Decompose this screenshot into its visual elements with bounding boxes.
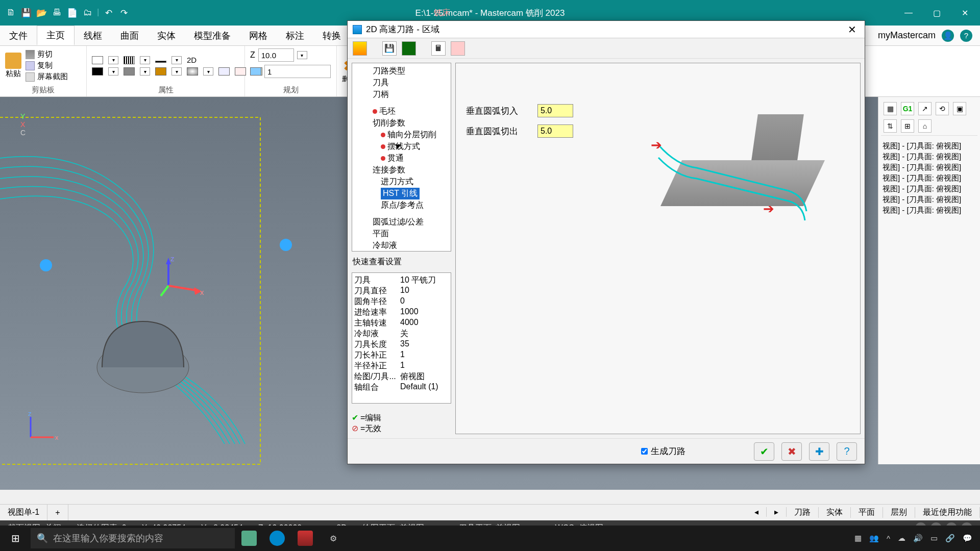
menu-annotate[interactable]: 标注 — [277, 26, 313, 45]
menu-file[interactable]: 文件 — [0, 26, 37, 45]
rp-tool-icon[interactable]: ⇅ — [884, 119, 897, 133]
help-icon[interactable]: ? — [960, 30, 972, 42]
taskbar-search[interactable]: 🔍 在这里输入你要搜索的内容 — [31, 528, 235, 548]
rp-tool-icon[interactable]: ▦ — [884, 102, 897, 115]
dropdown-icon[interactable]: ▾ — [140, 56, 150, 64]
menu-solid[interactable]: 实体 — [148, 26, 185, 45]
tab-recent[interactable]: 最近使用功能 — [915, 507, 980, 518]
misc-attr-icon[interactable] — [235, 67, 246, 76]
nav-prev[interactable]: ◂ — [747, 507, 767, 517]
dialog-titlebar[interactable]: 2D 高速刀路 - 区域 ✕ — [348, 21, 865, 38]
tree-cut-params[interactable]: 切削参数 — [354, 117, 449, 129]
tree-through[interactable]: 贯通 — [354, 153, 449, 164]
op-item[interactable]: 视图] - [刀具面: 俯视图] — [881, 184, 977, 194]
menu-modelprep[interactable]: 模型准备 — [185, 26, 240, 45]
op-item[interactable]: 视图] - [刀具面: 俯视图] — [881, 173, 977, 184]
new-file-icon[interactable]: 🗎 — [5, 7, 16, 18]
tray-icon[interactable]: 👥 — [869, 534, 879, 543]
close-button[interactable]: ✕ — [954, 5, 975, 20]
line-weight-dropdown[interactable] — [155, 61, 166, 63]
undo-icon[interactable]: ↶ — [103, 7, 114, 18]
page-icon[interactable]: 📄 — [66, 7, 78, 18]
dialog-calc-icon[interactable]: 🖩 — [431, 41, 446, 56]
cut-button[interactable]: 剪切 — [26, 49, 68, 59]
dialog-save-icon[interactable]: 💾 — [382, 41, 397, 56]
tab-toolpaths[interactable]: 刀路 — [787, 507, 819, 518]
help-button[interactable]: ? — [837, 442, 857, 461]
mode-2d-label[interactable]: 2D — [187, 56, 197, 64]
tray-network-icon[interactable]: 🔗 — [945, 534, 955, 543]
dialog-close-button[interactable]: ✕ — [844, 23, 860, 36]
dropdown-icon[interactable]: ▾ — [297, 51, 307, 59]
op-item[interactable]: 视图] - [刀具面: 俯视图] — [881, 162, 977, 173]
dropdown-icon[interactable]: ▾ — [172, 56, 182, 64]
tree-coolant[interactable]: 冷却液 — [354, 240, 449, 252]
dropdown-icon[interactable]: ▾ — [108, 56, 118, 64]
tree-tool[interactable]: 刀具 — [354, 77, 449, 89]
save-icon[interactable]: 💾 — [20, 7, 32, 18]
dropdown-icon[interactable]: ▾ — [108, 67, 118, 76]
op-item[interactable]: 视图] - [刀具面: 俯视图] — [881, 194, 977, 205]
color2-swatch[interactable] — [124, 67, 135, 76]
tree-link-params[interactable]: 连接参数 — [354, 164, 449, 176]
taskbar-app-mastercam[interactable] — [291, 525, 319, 551]
nav-next[interactable]: ▸ — [767, 507, 787, 517]
rp-tool-icon[interactable]: ⌂ — [918, 119, 932, 133]
tray-battery-icon[interactable]: ▭ — [930, 534, 938, 543]
dropdown-icon[interactable]: ▾ — [172, 67, 182, 76]
dropdown-icon[interactable]: ▾ — [203, 67, 213, 76]
tree-plane[interactable]: 平面 — [354, 228, 449, 240]
z-input[interactable] — [258, 48, 294, 62]
dialog-tool-icon[interactable] — [353, 41, 367, 56]
level-icon[interactable] — [250, 67, 261, 76]
rp-g1-icon[interactable]: G1 — [901, 102, 914, 115]
tray-icon[interactable]: ▦ — [854, 534, 862, 543]
rp-tool-icon[interactable]: ↗ — [918, 102, 932, 115]
redo-icon[interactable]: ↷ — [118, 7, 130, 18]
rp-tool-icon[interactable]: ▣ — [953, 102, 966, 115]
tray-cloud-icon[interactable]: ☁ — [898, 534, 905, 543]
system-tray[interactable]: ▦ 👥 ^ ☁ 🔊 ▭ 🔗 💬 — [847, 534, 980, 543]
menu-transform[interactable]: 转换 — [313, 26, 350, 45]
cancel-button[interactable]: ✖ — [781, 442, 802, 461]
tree-axial-depth[interactable]: 轴向分层切削 — [354, 129, 449, 141]
ok-button[interactable]: ✔ — [754, 442, 774, 461]
generate-toolpath-check[interactable] — [641, 448, 648, 455]
tree-lead-in[interactable]: 进刀方式 — [354, 176, 449, 188]
account-icon[interactable]: 👤 — [942, 30, 954, 42]
tab-levels[interactable]: 层别 — [883, 507, 915, 518]
open-icon[interactable]: 📂 — [36, 7, 47, 18]
tab-planes[interactable]: 平面 — [851, 507, 883, 518]
tab-add[interactable]: + — [47, 505, 68, 520]
taskbar-app[interactable] — [235, 525, 263, 551]
paste-button[interactable]: 粘贴 — [5, 53, 21, 79]
generate-toolpath-checkbox[interactable]: 生成刀路 — [641, 445, 685, 457]
tree-trochoidal[interactable]: 摆线方式 — [354, 141, 449, 153]
tree-arc-filter[interactable]: 圆弧过滤/公差 — [354, 216, 449, 228]
tab-solids[interactable]: 实体 — [819, 507, 851, 518]
op-item[interactable]: 视图] - [刀具面: 俯视图] — [881, 141, 977, 152]
menu-wireframe[interactable]: 线框 — [75, 26, 111, 45]
maximize-button[interactable]: ▢ — [926, 5, 947, 20]
print-icon[interactable]: 🖶 — [51, 7, 62, 18]
tree-toolpath-type[interactable]: 刀路类型 — [354, 65, 449, 77]
color3-swatch[interactable] — [155, 67, 166, 76]
tree-stock[interactable]: 毛坯 — [354, 106, 449, 117]
tree-hst-lead[interactable]: HST 引线 — [381, 188, 420, 199]
dialog-tool-icon[interactable] — [451, 41, 465, 56]
menu-home[interactable]: 主页 — [37, 26, 75, 45]
level-input[interactable] — [264, 65, 331, 78]
misc-attr-icon[interactable] — [218, 67, 230, 76]
dropdown-icon[interactable]: ▾ — [140, 67, 150, 76]
menu-surface[interactable]: 曲面 — [111, 26, 148, 45]
material-swatch[interactable] — [187, 67, 198, 76]
rp-tool-icon[interactable]: ⊞ — [901, 119, 914, 133]
copy-button[interactable]: 复制 — [26, 61, 68, 70]
tray-notifications-icon[interactable]: 💬 — [963, 534, 972, 543]
add-button[interactable]: ✚ — [809, 442, 829, 461]
arc-in-input[interactable] — [537, 104, 573, 117]
tab-viewsheet[interactable]: 视图单-1 — [0, 505, 47, 520]
rp-tool-icon[interactable]: ⟲ — [936, 102, 949, 115]
menu-mesh[interactable]: 网格 — [240, 26, 277, 45]
color-swatch[interactable] — [92, 67, 103, 76]
